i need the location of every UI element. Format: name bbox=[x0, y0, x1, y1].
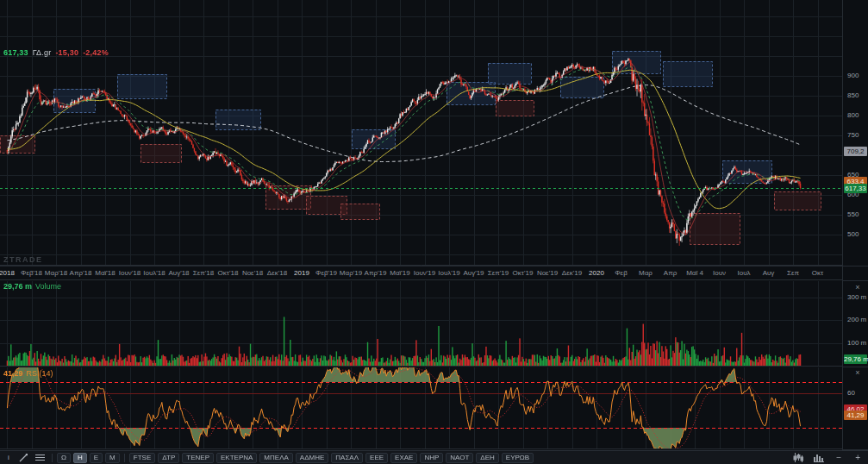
price-tick-label: 750 bbox=[847, 131, 859, 140]
symbol-button[interactable]: ΑΔΜΗΕ bbox=[296, 453, 328, 463]
volume-tick-label: 300 m bbox=[847, 293, 866, 302]
axis-separator bbox=[843, 266, 868, 266]
toolbar-separator bbox=[124, 454, 125, 462]
price-tick-label: 500 bbox=[847, 230, 859, 239]
symbol-button[interactable]: ΔΤΡ bbox=[158, 453, 179, 463]
price-tick-label: 550 bbox=[847, 210, 859, 219]
timeframe-button-Ω[interactable]: Ω bbox=[57, 453, 71, 463]
axis-separator bbox=[843, 280, 868, 281]
symbol-button[interactable]: FTSE bbox=[129, 453, 155, 463]
price-tick-label: 850 bbox=[847, 91, 859, 100]
toolbar-separator bbox=[52, 454, 53, 462]
draw-line-icon[interactable] bbox=[16, 453, 30, 463]
symbol-button[interactable]: ΤΕΝΕΡ bbox=[182, 453, 214, 463]
watchlist-icon[interactable] bbox=[33, 453, 47, 463]
timeframe-button-Μ[interactable]: Μ bbox=[105, 453, 120, 463]
volume-tick-label: 100 m bbox=[847, 339, 866, 348]
axis-separator bbox=[843, 367, 868, 367]
symbol-button[interactable]: ΕΥΡΩΒ bbox=[502, 453, 534, 463]
time-axis[interactable]: 2018Φεβ'18Μαρ'18Απρ'18Μαϊ'18Ιουν'18Ιουλ'… bbox=[0, 266, 842, 280]
rsi-value-badge: 41,29 bbox=[844, 411, 867, 420]
rsi-tick-label: 60 bbox=[847, 389, 855, 398]
symbol-button[interactable]: ΝΗΡ bbox=[420, 453, 443, 463]
price-chart-canvas[interactable] bbox=[0, 0, 842, 450]
symbol-button[interactable]: ΕΕΕ bbox=[365, 453, 388, 463]
timeframe-button-Η[interactable]: Η bbox=[73, 453, 87, 463]
symbol-button[interactable]: ΜΠΕΛΑ bbox=[259, 453, 292, 463]
trading-chart-window: 617,33ΓΔ.gr-15,30-2,42% ZTRADE 29,76 mVo… bbox=[0, 0, 868, 464]
volume-close-icon[interactable]: × bbox=[852, 283, 863, 293]
last-price-badge: 617,33 bbox=[844, 184, 867, 193]
symbol-button[interactable]: ΝΑΟΤ bbox=[446, 453, 473, 463]
symbol-shortcut-group: FTSEΔΤΡΤΕΝΕΡΕΚΤΕΡΝΑΜΠΕΛΑΑΔΜΗΕΠΑΣΑΛΕΕΕΕΧΑ… bbox=[129, 453, 534, 463]
symbol-button[interactable]: ΕΧΑΕ bbox=[390, 453, 417, 463]
timeframe-button-Ε[interactable]: Ε bbox=[90, 453, 103, 463]
symbol-button[interactable]: ΔΕΗ bbox=[476, 453, 498, 463]
price-axis[interactable]: 900850800750650600550500300 m200 m100 m6… bbox=[842, 0, 868, 450]
time-axis-label: Οκτ bbox=[803, 269, 833, 277]
info-icon[interactable]: i bbox=[3, 453, 14, 463]
rsi-close-icon[interactable]: × bbox=[852, 368, 863, 379]
candlestick-style-icon[interactable] bbox=[790, 453, 806, 463]
chart-controls: − + bbox=[790, 453, 865, 463]
zoom-in-button[interactable]: + bbox=[851, 453, 865, 463]
price-tick-label: 900 bbox=[847, 72, 859, 80]
ma200-value-badge: 709,2 bbox=[844, 147, 867, 156]
symbol-button[interactable]: ΠΑΣΑΛ bbox=[331, 453, 363, 463]
volume-tick-label: 200 m bbox=[847, 316, 866, 324]
volume-style-icon[interactable] bbox=[811, 453, 827, 463]
price-tick-label: 800 bbox=[847, 111, 859, 120]
volume-value-badge: 29,76 m bbox=[844, 354, 867, 364]
symbol-button[interactable]: ΕΚΤΕΡΝΑ bbox=[216, 453, 257, 463]
bottom-toolbar: i ΩΗΕΜ FTSEΔΤΡΤΕΝΕΡΕΚΤΕΡΝΑΜΠΕΛΑΑΔΜΗΕΠΑΣΑ… bbox=[0, 450, 868, 464]
timeframe-group: ΩΗΕΜ bbox=[57, 453, 120, 463]
zoom-out-button[interactable]: − bbox=[832, 453, 846, 463]
